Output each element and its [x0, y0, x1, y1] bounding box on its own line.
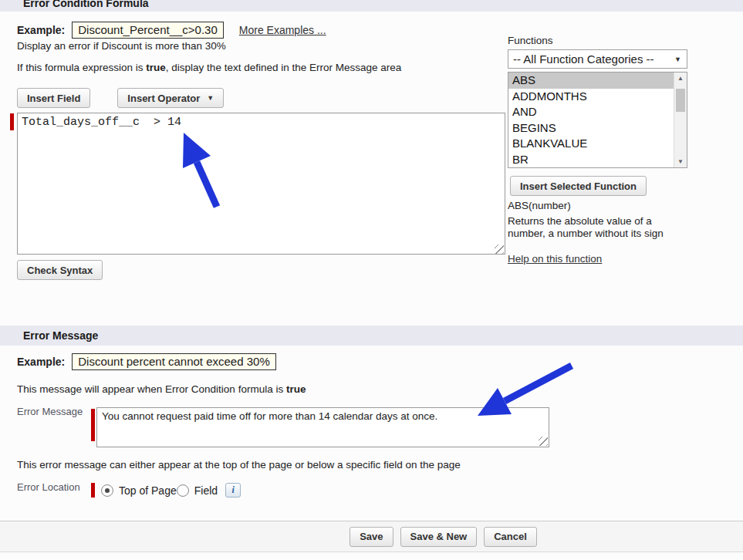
formula-toolbar: Insert Field Insert Operator ▼: [17, 88, 224, 108]
chevron-down-icon: ▼: [207, 94, 214, 102]
radio-top-of-page[interactable]: [101, 484, 113, 497]
error-location-field-label: Error Location: [17, 481, 80, 493]
insert-selected-function-label: Insert Selected Function: [520, 180, 637, 192]
example-label: Example:: [17, 356, 65, 368]
error-location-radio-group: Top of Page Field i: [101, 483, 241, 498]
section-title: Error Condition Formula: [23, 0, 743, 9]
radio-top-of-page-label[interactable]: Top of Page: [119, 484, 177, 497]
resize-grip-icon[interactable]: [539, 437, 548, 446]
instruction-text-after: , display the text defined in the Error …: [166, 62, 401, 73]
functions-label: Functions: [508, 35, 553, 46]
formula-textarea[interactable]: Total_days_off__c > 14: [17, 113, 505, 255]
scroll-up-icon[interactable]: ▲: [674, 73, 687, 84]
function-category-select[interactable]: -- All Function Categories -- ▼: [508, 49, 687, 69]
instruction-bold-word: true: [146, 62, 166, 73]
insert-field-label: Insert Field: [27, 93, 80, 104]
scrollbar[interactable]: ▲ ▼: [674, 73, 687, 167]
function-list-item[interactable]: BLANKVALUE: [508, 136, 687, 152]
insert-selected-function-button[interactable]: Insert Selected Function: [510, 176, 647, 196]
help-on-function-link[interactable]: Help on this function: [508, 253, 602, 265]
footer-button-bar: Save Save & New Cancel: [0, 521, 743, 552]
instruction-text-before: If this formula expression is: [17, 62, 146, 73]
resize-grip-icon[interactable]: [495, 245, 504, 254]
insert-operator-label: Insert Operator: [127, 93, 200, 104]
message-example-box: Discount percent cannot exceed 30%: [72, 353, 276, 370]
scroll-down-icon[interactable]: ▼: [674, 156, 687, 167]
required-indicator-message: [91, 409, 95, 441]
chevron-down-icon: ▼: [674, 56, 681, 63]
cancel-label: Cancel: [494, 531, 527, 542]
example-label: Example:: [17, 24, 65, 36]
required-indicator-location: [91, 483, 95, 498]
save-and-new-label: Save & New: [410, 531, 468, 542]
info-icon[interactable]: i: [225, 483, 241, 498]
validation-rule-editor: Error Condition Formula Example: Discoun…: [0, 0, 743, 560]
section-title: Error Message: [23, 329, 743, 342]
instruction-text-before: This message will appear when Error Cond…: [17, 383, 286, 395]
error-location-note: This error message can either appear at …: [17, 459, 461, 471]
error-message-textarea[interactable]: You cannot request paid time off for mor…: [96, 407, 549, 447]
function-list-item[interactable]: AND: [508, 104, 687, 120]
function-description: Returns the absolute value of a number, …: [508, 215, 676, 240]
formula-example-box: Discount_Percent__c>0.30: [72, 22, 224, 39]
function-list-item[interactable]: BEGINS: [508, 120, 687, 137]
function-list-item[interactable]: BR: [508, 152, 687, 168]
formula-instruction: If this formula expression is true, disp…: [17, 62, 401, 73]
function-category-value: -- All Function Categories --: [513, 52, 654, 66]
section-header-error-message: Error Message: [0, 326, 743, 346]
function-list-item[interactable]: ADDMONTHS: [508, 89, 687, 105]
radio-field-label[interactable]: Field: [194, 484, 218, 497]
cancel-button[interactable]: Cancel: [484, 527, 537, 547]
error-message-field-label: Error Message: [17, 406, 83, 417]
save-button[interactable]: Save: [350, 527, 393, 547]
insert-operator-button[interactable]: Insert Operator ▼: [117, 88, 224, 108]
function-list-item[interactable]: ABS: [508, 73, 687, 89]
instruction-bold-word: true: [286, 383, 306, 395]
formula-example-description: Display an error if Discount is more tha…: [17, 40, 226, 52]
save-and-new-button[interactable]: Save & New: [400, 527, 478, 547]
message-example-row: Example: Discount percent cannot exceed …: [17, 353, 276, 370]
function-signature: ABS(number): [508, 200, 571, 211]
radio-field[interactable]: [177, 484, 189, 497]
formula-example-row: Example: Discount_Percent__c>0.30 More E…: [17, 22, 326, 39]
section-header-error-condition-formula: Error Condition Formula: [0, 0, 743, 12]
check-syntax-button[interactable]: Check Syntax: [17, 260, 103, 280]
function-listbox: ABS ADDMONTHS AND BEGINS BLANKVALUE BR ▲…: [508, 72, 687, 168]
save-label: Save: [360, 531, 383, 542]
check-syntax-label: Check Syntax: [27, 265, 93, 276]
more-examples-link[interactable]: More Examples ...: [239, 24, 326, 36]
message-instruction: This message will appear when Error Cond…: [17, 383, 306, 395]
insert-field-button[interactable]: Insert Field: [17, 88, 90, 108]
scrollbar-thumb[interactable]: [676, 89, 685, 112]
required-indicator-formula: [10, 113, 14, 130]
